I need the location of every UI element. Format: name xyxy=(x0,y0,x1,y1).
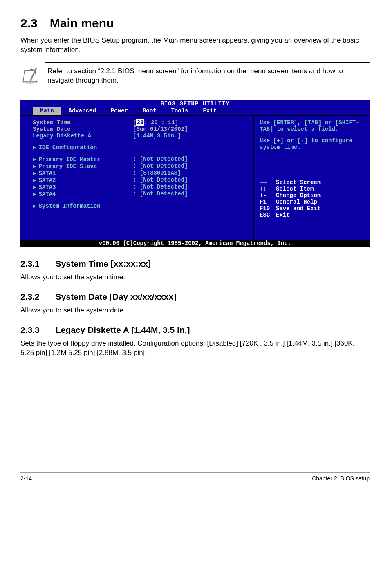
bios-tabs: MainAdvancedPowerBootToolsExit xyxy=(20,107,370,115)
bios-help-time: Use [+] or [-] to configure system time. xyxy=(260,137,364,150)
triangle-icon: ▶ xyxy=(33,203,36,209)
bios-tab-exit[interactable]: Exit xyxy=(195,107,224,115)
bios-value: : [Not Detected] xyxy=(133,177,188,184)
bios-value: : [Not Detected] xyxy=(133,184,188,191)
bios-nav-line: ESCExit xyxy=(260,212,364,218)
bios-nav-line: +-Change Option xyxy=(260,192,364,199)
note-icon xyxy=(20,68,39,84)
triangle-icon: ▶ xyxy=(33,177,36,184)
sub-title-text: System Date [Day xx/xx/xxxx] xyxy=(56,292,176,301)
bios-row[interactable]: ▶SATA2: [Not Detected] xyxy=(33,177,245,184)
bios-value: : [Not Detected] xyxy=(133,191,188,197)
note-text: Refer to section “2.2.1 BIOS menu screen… xyxy=(47,67,370,85)
sub-body: Sets the type of floppy drive installed.… xyxy=(20,339,370,358)
triangle-icon: ▶ xyxy=(33,170,36,177)
bios-help-field: Use [ENTER], [TAB] or [SHIFT-TAB] to sel… xyxy=(260,119,364,132)
bios-nav-line: ←→Select Screen xyxy=(260,179,364,186)
bios-value: [Sun 01/13/2002] xyxy=(133,126,188,132)
chapter-label: Chapter 2: BIOS setup xyxy=(312,475,370,482)
bios-nav-text: Change Option xyxy=(276,192,321,199)
bios-nav-text: Save and Exit xyxy=(276,205,321,212)
subsection-231: 2.3.1 System Time [xx:xx:xx] xyxy=(20,259,370,269)
bios-nav-text: Exit xyxy=(276,212,290,218)
bios-value: [1.44M,3.5in.] xyxy=(133,132,181,139)
bios-row[interactable]: ▶Primary IDE Master: [Not Detected] xyxy=(33,156,245,163)
bios-label: ▶SATA3 xyxy=(33,184,133,191)
bios-nav-help: ←→Select Screen↑↓Select Item+-Change Opt… xyxy=(260,179,364,218)
bios-screen: BIOS SETUP UTILITY MainAdvancedPowerBoot… xyxy=(20,100,370,247)
bios-nav-key: ESC xyxy=(260,212,276,218)
triangle-icon: ▶ xyxy=(33,184,36,191)
bios-label: ▶System Information xyxy=(33,202,133,209)
bios-label: System Date xyxy=(33,126,133,132)
bios-label: ▶Primary IDE Master xyxy=(33,156,133,163)
bios-label: ▶Primary IDE Slave xyxy=(33,163,133,170)
bios-value: : [Not Detected] xyxy=(133,156,188,163)
bios-row[interactable]: System Date[Sun 01/13/2002] xyxy=(33,126,245,132)
bios-nav-text: General Help xyxy=(276,199,317,205)
bios-label: ▶SATA2 xyxy=(33,177,133,184)
bios-value: [23: 20 : 11] xyxy=(133,119,178,126)
bios-nav-key: F1 xyxy=(260,199,276,205)
bios-value-highlight: 23 xyxy=(136,119,144,126)
sub-body: Allows you to set the system date. xyxy=(20,306,370,315)
triangle-icon: ▶ xyxy=(33,156,36,163)
bios-nav-line: F1General Help xyxy=(260,199,364,205)
section-title: 2.3 Main menu xyxy=(20,16,370,30)
page-number: 2-14 xyxy=(20,475,32,482)
bios-help-panel: Use [ENTER], [TAB] or [SHIFT-TAB] to sel… xyxy=(254,116,370,240)
triangle-icon: ▶ xyxy=(33,163,36,170)
page-footer: 2-14 Chapter 2: BIOS setup xyxy=(20,472,370,482)
bios-tab-power[interactable]: Power xyxy=(103,107,135,115)
sub-num: 2.3.2 xyxy=(20,292,53,302)
sub-title-text: System Time [xx:xx:xx] xyxy=(56,259,151,268)
bios-nav-line: ↑↓Select Item xyxy=(260,186,364,192)
triangle-icon: ▶ xyxy=(33,144,36,151)
bios-nav-text: Select Screen xyxy=(276,179,321,186)
bios-row[interactable]: ▶SATA1: [ST380011AS] xyxy=(33,170,245,177)
sub-num: 2.3.3 xyxy=(20,325,53,335)
bios-tab-main[interactable]: Main xyxy=(33,107,61,115)
bios-row[interactable]: ▶System Information xyxy=(33,202,245,209)
bios-label: ▶SATA4 xyxy=(33,191,133,197)
subsection-233: 2.3.3 Legacy Diskette A [1.44M, 3.5 in.] xyxy=(20,325,370,335)
bios-label: System Time xyxy=(33,119,133,126)
bios-tab-tools[interactable]: Tools xyxy=(164,107,195,115)
intro-text: When you enter the BIOS Setup program, t… xyxy=(20,36,370,55)
bios-value: : [ST380011AS] xyxy=(133,170,181,177)
bios-row[interactable]: System Time[23: 20 : 11] xyxy=(33,119,245,126)
sub-num: 2.3.1 xyxy=(20,259,53,269)
bios-label: ▶SATA1 xyxy=(33,170,133,177)
bios-footer: v00.00 (C)Copyright 1985-2002, American … xyxy=(20,240,370,247)
bios-row[interactable]: ▶SATA4: [Not Detected] xyxy=(33,191,245,197)
bios-tab-advanced[interactable]: Advanced xyxy=(61,107,103,115)
subsection-232: 2.3.2 System Date [Day xx/xx/xxxx] xyxy=(20,292,370,302)
bios-row[interactable]: ▶IDE Configuration xyxy=(33,144,245,151)
sub-title-text: Legacy Diskette A [1.44M, 3.5 in.] xyxy=(56,325,190,334)
bios-left-panel: System Time[23: 20 : 11]System Date[Sun … xyxy=(20,116,254,240)
bios-label: ▶IDE Configuration xyxy=(33,144,133,151)
bios-nav-key: +- xyxy=(260,192,276,199)
triangle-icon: ▶ xyxy=(33,191,36,197)
bios-nav-key: F10 xyxy=(260,205,276,212)
bios-label: Legacy Diskette A xyxy=(33,132,133,139)
bios-nav-key: ↑↓ xyxy=(260,186,276,192)
bios-row[interactable]: ▶Primary IDE Slave: [Not Detected] xyxy=(33,163,245,170)
bios-tab-boot[interactable]: Boot xyxy=(135,107,164,115)
bios-nav-key: ←→ xyxy=(260,179,276,186)
sub-body: Allows you to set the system time. xyxy=(20,273,370,282)
bios-nav-line: F10Save and Exit xyxy=(260,205,364,212)
bios-value: : [Not Detected] xyxy=(133,163,188,170)
bios-title: BIOS SETUP UTILITY xyxy=(20,100,370,107)
bios-nav-text: Select Item xyxy=(276,186,314,192)
note-box: Refer to section “2.2.1 BIOS menu screen… xyxy=(45,62,370,90)
bios-row[interactable]: Legacy Diskette A[1.44M,3.5in.] xyxy=(33,132,245,139)
bios-row[interactable]: ▶SATA3: [Not Detected] xyxy=(33,184,245,191)
